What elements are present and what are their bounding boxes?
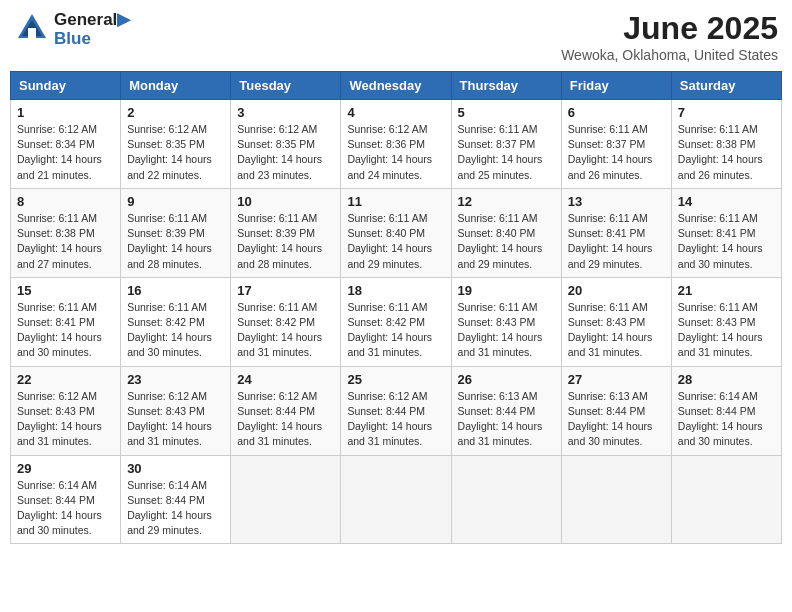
weekday-header-friday: Friday — [561, 72, 671, 100]
day-info: Sunrise: 6:11 AM Sunset: 8:42 PM Dayligh… — [127, 300, 224, 361]
day-number: 16 — [127, 283, 224, 298]
calendar-day-cell — [561, 455, 671, 544]
weekday-header-saturday: Saturday — [671, 72, 781, 100]
calendar-day-cell: 12Sunrise: 6:11 AM Sunset: 8:40 PM Dayli… — [451, 188, 561, 277]
day-info: Sunrise: 6:11 AM Sunset: 8:42 PM Dayligh… — [237, 300, 334, 361]
calendar-day-cell: 3Sunrise: 6:12 AM Sunset: 8:35 PM Daylig… — [231, 100, 341, 189]
calendar-day-cell: 26Sunrise: 6:13 AM Sunset: 8:44 PM Dayli… — [451, 366, 561, 455]
day-info: Sunrise: 6:11 AM Sunset: 8:40 PM Dayligh… — [347, 211, 444, 272]
day-number: 27 — [568, 372, 665, 387]
day-number: 5 — [458, 105, 555, 120]
day-info: Sunrise: 6:12 AM Sunset: 8:43 PM Dayligh… — [17, 389, 114, 450]
svg-rect-2 — [28, 28, 36, 38]
weekday-header-sunday: Sunday — [11, 72, 121, 100]
calendar-day-cell: 11Sunrise: 6:11 AM Sunset: 8:40 PM Dayli… — [341, 188, 451, 277]
weekday-header-wednesday: Wednesday — [341, 72, 451, 100]
weekday-header-thursday: Thursday — [451, 72, 561, 100]
day-info: Sunrise: 6:11 AM Sunset: 8:40 PM Dayligh… — [458, 211, 555, 272]
page-header: General▶ Blue June 2025 Wewoka, Oklahoma… — [10, 10, 782, 63]
calendar-day-cell: 20Sunrise: 6:11 AM Sunset: 8:43 PM Dayli… — [561, 277, 671, 366]
day-info: Sunrise: 6:12 AM Sunset: 8:34 PM Dayligh… — [17, 122, 114, 183]
day-number: 23 — [127, 372, 224, 387]
calendar-day-cell: 23Sunrise: 6:12 AM Sunset: 8:43 PM Dayli… — [121, 366, 231, 455]
day-number: 26 — [458, 372, 555, 387]
day-info: Sunrise: 6:11 AM Sunset: 8:43 PM Dayligh… — [568, 300, 665, 361]
day-info: Sunrise: 6:14 AM Sunset: 8:44 PM Dayligh… — [127, 478, 224, 539]
calendar-day-cell: 30Sunrise: 6:14 AM Sunset: 8:44 PM Dayli… — [121, 455, 231, 544]
day-number: 22 — [17, 372, 114, 387]
calendar-day-cell: 16Sunrise: 6:11 AM Sunset: 8:42 PM Dayli… — [121, 277, 231, 366]
calendar-day-cell: 28Sunrise: 6:14 AM Sunset: 8:44 PM Dayli… — [671, 366, 781, 455]
day-info: Sunrise: 6:11 AM Sunset: 8:41 PM Dayligh… — [678, 211, 775, 272]
calendar-day-cell: 5Sunrise: 6:11 AM Sunset: 8:37 PM Daylig… — [451, 100, 561, 189]
day-info: Sunrise: 6:11 AM Sunset: 8:39 PM Dayligh… — [127, 211, 224, 272]
day-info: Sunrise: 6:11 AM Sunset: 8:43 PM Dayligh… — [678, 300, 775, 361]
calendar-day-cell — [451, 455, 561, 544]
day-number: 1 — [17, 105, 114, 120]
day-info: Sunrise: 6:13 AM Sunset: 8:44 PM Dayligh… — [458, 389, 555, 450]
day-info: Sunrise: 6:11 AM Sunset: 8:41 PM Dayligh… — [17, 300, 114, 361]
logo-general: General▶ — [54, 11, 130, 30]
day-info: Sunrise: 6:11 AM Sunset: 8:39 PM Dayligh… — [237, 211, 334, 272]
day-number: 25 — [347, 372, 444, 387]
day-number: 15 — [17, 283, 114, 298]
day-info: Sunrise: 6:12 AM Sunset: 8:43 PM Dayligh… — [127, 389, 224, 450]
day-info: Sunrise: 6:12 AM Sunset: 8:44 PM Dayligh… — [237, 389, 334, 450]
title-area: June 2025 Wewoka, Oklahoma, United State… — [561, 10, 778, 63]
day-number: 8 — [17, 194, 114, 209]
calendar-day-cell: 8Sunrise: 6:11 AM Sunset: 8:38 PM Daylig… — [11, 188, 121, 277]
day-info: Sunrise: 6:11 AM Sunset: 8:42 PM Dayligh… — [347, 300, 444, 361]
day-number: 2 — [127, 105, 224, 120]
calendar-day-cell: 9Sunrise: 6:11 AM Sunset: 8:39 PM Daylig… — [121, 188, 231, 277]
calendar-day-cell: 7Sunrise: 6:11 AM Sunset: 8:38 PM Daylig… — [671, 100, 781, 189]
day-number: 19 — [458, 283, 555, 298]
calendar-day-cell: 13Sunrise: 6:11 AM Sunset: 8:41 PM Dayli… — [561, 188, 671, 277]
day-number: 7 — [678, 105, 775, 120]
calendar-day-cell: 17Sunrise: 6:11 AM Sunset: 8:42 PM Dayli… — [231, 277, 341, 366]
day-number: 20 — [568, 283, 665, 298]
calendar-day-cell: 10Sunrise: 6:11 AM Sunset: 8:39 PM Dayli… — [231, 188, 341, 277]
day-number: 13 — [568, 194, 665, 209]
calendar-day-cell: 4Sunrise: 6:12 AM Sunset: 8:36 PM Daylig… — [341, 100, 451, 189]
calendar-day-cell — [341, 455, 451, 544]
day-info: Sunrise: 6:13 AM Sunset: 8:44 PM Dayligh… — [568, 389, 665, 450]
day-info: Sunrise: 6:12 AM Sunset: 8:36 PM Dayligh… — [347, 122, 444, 183]
calendar-day-cell: 29Sunrise: 6:14 AM Sunset: 8:44 PM Dayli… — [11, 455, 121, 544]
day-number: 3 — [237, 105, 334, 120]
day-info: Sunrise: 6:11 AM Sunset: 8:41 PM Dayligh… — [568, 211, 665, 272]
day-info: Sunrise: 6:14 AM Sunset: 8:44 PM Dayligh… — [678, 389, 775, 450]
day-info: Sunrise: 6:11 AM Sunset: 8:37 PM Dayligh… — [458, 122, 555, 183]
weekday-header-tuesday: Tuesday — [231, 72, 341, 100]
calendar-day-cell: 1Sunrise: 6:12 AM Sunset: 8:34 PM Daylig… — [11, 100, 121, 189]
day-number: 10 — [237, 194, 334, 209]
day-info: Sunrise: 6:11 AM Sunset: 8:43 PM Dayligh… — [458, 300, 555, 361]
calendar-day-cell: 18Sunrise: 6:11 AM Sunset: 8:42 PM Dayli… — [341, 277, 451, 366]
calendar-table: SundayMondayTuesdayWednesdayThursdayFrid… — [10, 71, 782, 544]
day-number: 17 — [237, 283, 334, 298]
calendar-day-cell: 21Sunrise: 6:11 AM Sunset: 8:43 PM Dayli… — [671, 277, 781, 366]
calendar-day-cell: 19Sunrise: 6:11 AM Sunset: 8:43 PM Dayli… — [451, 277, 561, 366]
day-number: 14 — [678, 194, 775, 209]
calendar-day-cell: 27Sunrise: 6:13 AM Sunset: 8:44 PM Dayli… — [561, 366, 671, 455]
day-number: 12 — [458, 194, 555, 209]
calendar-week-row: 15Sunrise: 6:11 AM Sunset: 8:41 PM Dayli… — [11, 277, 782, 366]
calendar-week-row: 22Sunrise: 6:12 AM Sunset: 8:43 PM Dayli… — [11, 366, 782, 455]
day-number: 11 — [347, 194, 444, 209]
calendar-day-cell: 15Sunrise: 6:11 AM Sunset: 8:41 PM Dayli… — [11, 277, 121, 366]
day-number: 6 — [568, 105, 665, 120]
calendar-day-cell — [231, 455, 341, 544]
logo: General▶ Blue — [14, 10, 130, 50]
day-number: 9 — [127, 194, 224, 209]
day-number: 21 — [678, 283, 775, 298]
calendar-week-row: 1Sunrise: 6:12 AM Sunset: 8:34 PM Daylig… — [11, 100, 782, 189]
day-number: 4 — [347, 105, 444, 120]
calendar-day-cell: 14Sunrise: 6:11 AM Sunset: 8:41 PM Dayli… — [671, 188, 781, 277]
day-info: Sunrise: 6:14 AM Sunset: 8:44 PM Dayligh… — [17, 478, 114, 539]
day-number: 24 — [237, 372, 334, 387]
day-info: Sunrise: 6:11 AM Sunset: 8:38 PM Dayligh… — [17, 211, 114, 272]
logo-icon — [14, 10, 50, 46]
day-number: 28 — [678, 372, 775, 387]
day-info: Sunrise: 6:11 AM Sunset: 8:38 PM Dayligh… — [678, 122, 775, 183]
day-info: Sunrise: 6:12 AM Sunset: 8:44 PM Dayligh… — [347, 389, 444, 450]
day-number: 18 — [347, 283, 444, 298]
